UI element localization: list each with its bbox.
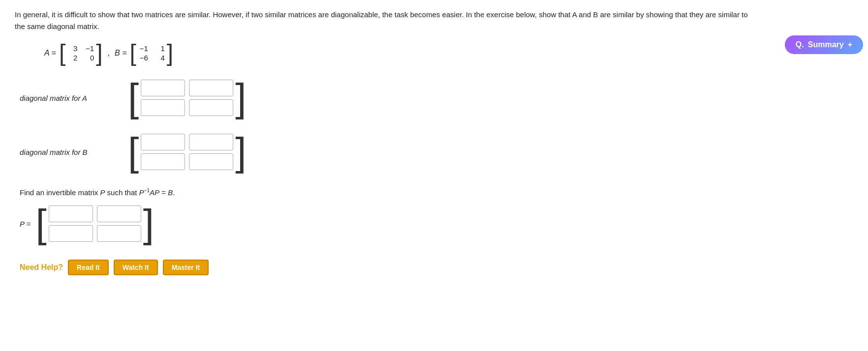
diagonal-b-label: diagonal matrix for B (20, 148, 128, 156)
diagonal-a-label: diagonal matrix for A (20, 94, 128, 102)
summary-plus-icon: + (848, 40, 852, 49)
matrix-b-r0c0: −1 (138, 44, 148, 53)
find-p-superscript: −1 (144, 188, 150, 193)
p-matrix-input-r1c1[interactable] (97, 225, 141, 242)
p-matrix-bracket-left: [ (35, 208, 46, 239)
diagonal-a-bracket-right: ] (235, 82, 246, 114)
matrix-b-bracket-right: ] (167, 41, 173, 65)
matrix-a-grid: 3 −1 2 0 (67, 44, 94, 62)
diagonal-a-input-r1c1[interactable] (189, 99, 233, 116)
p-matrix-label: P = (20, 220, 31, 228)
find-p-var-ap: AP (150, 188, 159, 197)
p-matrix-input-r1c0[interactable] (49, 225, 93, 242)
p-matrix-section: P = [ ] (20, 205, 748, 242)
matrix-b-grid: −1 1 −6 4 (138, 44, 165, 62)
p-matrix-input-r0c1[interactable] (97, 205, 141, 222)
p-matrix-bracket-right: ] (143, 208, 154, 239)
read-it-button[interactable]: Read It (68, 260, 109, 275)
summary-label: Summary (808, 40, 844, 49)
diagonal-b-grid (141, 134, 233, 170)
matrix-a-r0c0: 3 (67, 44, 77, 53)
diagonal-b-section: diagonal matrix for B [ ] (20, 134, 748, 170)
diagonal-b-input-r1c1[interactable] (189, 153, 233, 170)
matrix-a-r1c0: 2 (67, 54, 77, 62)
diagonal-b-input-r1c0[interactable] (141, 153, 185, 170)
p-matrix-grid (49, 205, 141, 242)
diagonal-b-wrap: [ ] (128, 134, 246, 170)
need-help-label: Need Help? (20, 263, 63, 272)
matrix-a-bracket-wrap: [ 3 −1 2 0 ] (59, 41, 103, 65)
matrix-b-label: B = (115, 49, 126, 58)
diagonal-b-input-r0c0[interactable] (141, 134, 185, 150)
diagonal-a-input-r0c1[interactable] (189, 80, 233, 96)
diagonal-a-wrap: [ ] (128, 80, 246, 116)
matrix-a-r0c1: −1 (84, 44, 94, 53)
matrix-a-r1c1: 0 (84, 54, 94, 62)
find-p-var-p: P (100, 188, 105, 197)
diagonal-b-bracket-right: ] (235, 136, 246, 168)
matrix-b-bracket-wrap: [ −1 1 −6 4 ] (129, 41, 173, 65)
matrix-b-r0c1: 1 (155, 44, 165, 53)
matrix-a-bracket-right: ] (96, 41, 102, 65)
summary-button[interactable]: Q. Summary + (785, 35, 863, 54)
diagonal-a-section: diagonal matrix for A [ ] (20, 80, 748, 116)
intro-text: In general, it is difficult to show that… (15, 9, 748, 32)
master-it-button[interactable]: Master It (163, 260, 209, 275)
diagonal-a-input-r0c0[interactable] (141, 80, 185, 96)
matrix-b-bracket-left: [ (129, 41, 136, 65)
diagonal-a-input-r1c0[interactable] (141, 99, 185, 116)
find-p-var-p2: P (139, 188, 144, 197)
diagonal-b-input-r0c1[interactable] (189, 134, 233, 150)
matrix-b-r1c1: 4 (155, 54, 165, 62)
watch-it-button[interactable]: Watch It (114, 260, 158, 275)
summary-icon: Q. (796, 40, 804, 49)
matrix-a-bracket-left: [ (59, 41, 65, 65)
need-help-section: Need Help? Read It Watch It Master It (20, 260, 748, 275)
diagonal-a-grid (141, 80, 233, 116)
comma-separator: , (108, 49, 110, 58)
matrix-display: A = [ 3 −1 2 0 ] , B = [ −1 1 −6 4 ] (44, 41, 748, 65)
diagonal-b-bracket-left: [ (128, 136, 139, 168)
matrix-b-r1c0: −6 (138, 54, 148, 62)
diagonal-a-bracket-left: [ (128, 82, 139, 114)
find-p-text: Find an invertible matrix P such that P−… (20, 188, 748, 197)
p-matrix-wrap: [ ] (35, 205, 154, 242)
find-p-var-b: B (168, 188, 173, 197)
matrix-a-label: A = (44, 49, 56, 58)
p-matrix-input-r0c0[interactable] (49, 205, 93, 222)
